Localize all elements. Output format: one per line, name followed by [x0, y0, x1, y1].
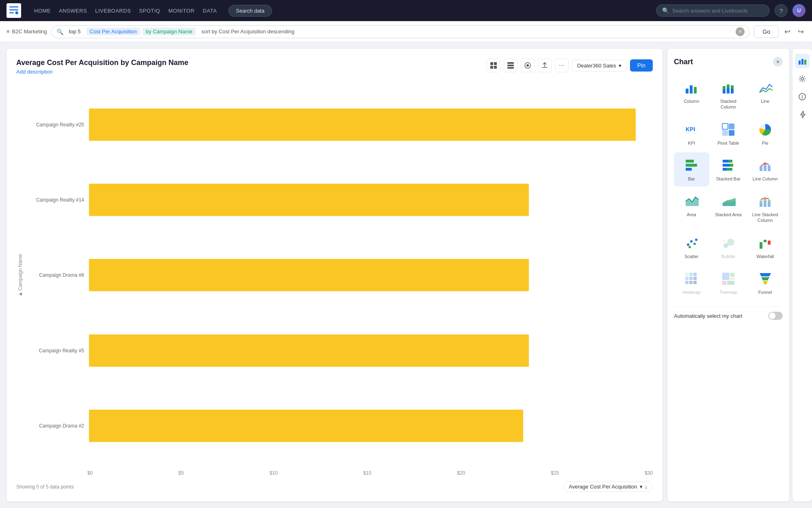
token-cpa[interactable]: Cost Per Acquisition	[87, 28, 140, 35]
avatar[interactable]: U	[793, 4, 806, 17]
info-panel-button[interactable]	[795, 89, 810, 104]
sort-control[interactable]: Average Cost Per Acquisition ▾ ↓	[563, 482, 653, 492]
svg-rect-75	[799, 61, 801, 65]
data-source-badge[interactable]: ≡ B2C Marketing	[6, 28, 47, 35]
chart-type-line-column[interactable]: Line Column	[747, 152, 783, 187]
chart-type-line-column-label: Line Column	[753, 176, 778, 182]
chart-panel-toggle-button[interactable]	[795, 54, 810, 68]
chart-type-line[interactable]: Line	[747, 75, 783, 115]
svg-rect-69	[730, 278, 734, 280]
settings-panel-button[interactable]	[795, 72, 810, 86]
chart-type-area[interactable]: Area	[674, 188, 709, 228]
treemap-chart-icon	[720, 271, 736, 287]
nav-answers[interactable]: ANSWERS	[59, 8, 87, 14]
x-tick: $5	[178, 470, 184, 476]
svg-rect-20	[727, 85, 730, 88]
chart-type-stacked-bar[interactable]: Stacked Bar	[711, 152, 746, 187]
token-by-campaign[interactable]: by Campaign Name	[143, 28, 196, 35]
chart-type-waterfall-label: Waterfall	[756, 254, 774, 259]
chart-type-treemap-label: Treemap	[719, 289, 737, 295]
svg-point-51	[695, 239, 697, 241]
bar-track[interactable]	[89, 259, 529, 291]
chart-type-funnel[interactable]: Funnel	[747, 266, 783, 300]
svg-rect-63	[693, 277, 697, 280]
chart-type-kpi[interactable]: KPI KPI	[674, 117, 709, 151]
svg-rect-25	[729, 124, 734, 129]
svg-rect-22	[731, 85, 734, 89]
token-sort[interactable]: sort by Cost Per Acquisition descending	[198, 28, 298, 35]
clear-search-button[interactable]: ×	[736, 27, 745, 36]
bar-track[interactable]	[89, 184, 529, 216]
line-chart-icon	[757, 80, 773, 96]
chart-type-line-stacked-column-label: Line Stacked Column	[749, 212, 781, 224]
svg-point-54	[723, 239, 725, 242]
search-query-area[interactable]: 🔍 top 5 Cost Per Acquisition by Campaign…	[51, 25, 750, 38]
nav-liveboards[interactable]: LIVEBOARDS	[95, 8, 131, 14]
chart-type-stacked-area-label: Stacked Area	[715, 212, 741, 217]
chart-panel-title: Chart	[674, 58, 693, 66]
chart-type-pivot-table[interactable]: Pivot Table	[711, 117, 746, 151]
chart-type-line-label: Line	[761, 98, 769, 104]
lightning-panel-button[interactable]	[795, 107, 810, 122]
table-row: Campaign Drama #8	[26, 257, 653, 293]
bar-track[interactable]	[89, 109, 636, 141]
nav-spotiq[interactable]: SPOTIQ	[139, 8, 160, 14]
svg-point-78	[801, 78, 803, 80]
bar-track[interactable]	[89, 410, 523, 442]
more-options-button[interactable]: ···	[555, 59, 569, 72]
chart-type-waterfall[interactable]: Waterfall	[747, 230, 783, 264]
chart-type-stacked-column[interactable]: Stacked Column	[711, 75, 746, 115]
svg-point-81	[802, 95, 803, 96]
search-data-button[interactable]: Search data	[228, 5, 272, 17]
chart-type-column[interactable]: Column	[674, 75, 709, 115]
logo[interactable]	[6, 3, 21, 18]
chart-footer: Showing 5 of 5 data points Average Cost …	[16, 482, 653, 492]
chart-header: Average Cost Per Acquisition by Campaign…	[16, 59, 653, 75]
nav-home[interactable]: HOME	[34, 8, 51, 14]
add-description-link[interactable]: Add description	[16, 69, 188, 75]
table-view-button[interactable]	[487, 59, 500, 72]
go-button[interactable]: Go	[754, 26, 779, 38]
y-axis-label[interactable]: ▶ Campaign Name	[16, 83, 24, 468]
svg-rect-45	[768, 202, 771, 207]
close-chart-panel-button[interactable]: ×	[773, 57, 783, 67]
svg-rect-41	[760, 203, 762, 207]
dealer-dropdown[interactable]: Dealer360 Sales ▾	[572, 60, 627, 72]
svg-rect-24	[722, 124, 728, 129]
bars-and-labels: Campaign Reality #25 Campaign Reality #1…	[26, 83, 653, 468]
chevron-down-icon: ▾	[619, 63, 621, 69]
svg-point-13	[526, 64, 529, 67]
undo-button[interactable]: ↩	[783, 26, 792, 38]
chart-type-line-stacked-column[interactable]: Line Stacked Column	[747, 188, 783, 228]
nav-data[interactable]: DATA	[203, 8, 217, 14]
nav-search-box[interactable]: 🔍	[656, 4, 770, 17]
share-button[interactable]	[538, 59, 552, 72]
pivot-view-button[interactable]	[504, 59, 518, 72]
chart-type-bar[interactable]: Bar	[674, 152, 709, 187]
svg-rect-8	[494, 66, 497, 69]
bar-track[interactable]	[89, 334, 529, 367]
chart-type-kpi-label: KPI	[688, 140, 695, 146]
svg-rect-66	[693, 281, 697, 284]
svg-rect-58	[685, 273, 689, 276]
token-top5[interactable]: top 5	[66, 28, 84, 35]
svg-rect-42	[760, 200, 762, 203]
auto-select-toggle[interactable]	[768, 312, 783, 320]
nav-monitor[interactable]: MONITOR	[168, 8, 195, 14]
spotlight-button[interactable]	[521, 59, 535, 72]
dropdown-arrow-icon: ▾	[640, 484, 643, 490]
svg-rect-46	[768, 200, 771, 202]
chart-type-stacked-area[interactable]: Stacked Area	[711, 188, 746, 228]
dealer-dropdown-label: Dealer360 Sales	[577, 63, 616, 69]
search-row: ≡ B2C Marketing 🔍 top 5 Cost Per Acquisi…	[0, 21, 812, 42]
bar-chart-inner: ▶ Campaign Name Campaign Reality #25 Cam…	[16, 83, 653, 468]
svg-rect-62	[689, 277, 693, 280]
showing-label: Showing 5 of 5 data points	[16, 484, 74, 490]
search-input[interactable]	[672, 8, 764, 14]
chart-type-scatter[interactable]: Scatter	[674, 230, 709, 264]
help-button[interactable]: ?	[775, 4, 788, 17]
chart-type-pie[interactable]: Pie	[747, 117, 783, 151]
redo-button[interactable]: ↪	[796, 26, 806, 38]
svg-rect-21	[731, 89, 734, 93]
pin-button[interactable]: Pin	[630, 59, 653, 72]
